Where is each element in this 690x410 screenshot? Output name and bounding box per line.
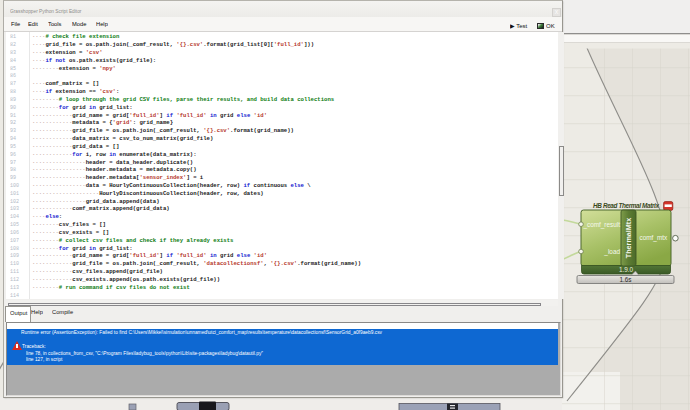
svg-text:HB Read Thermal Matrix: HB Read Thermal Matrix — [593, 202, 659, 209]
svg-text:1.9.0: 1.9.0 — [619, 266, 634, 273]
svg-text:comf_mtx: comf_mtx — [640, 234, 669, 242]
svg-text:_load: _load — [603, 248, 620, 256]
svg-text:_comf_result: _comf_result — [582, 221, 620, 229]
svg-text:ThermalMtx: ThermalMtx — [624, 218, 633, 258]
svg-text:1.6s: 1.6s — [619, 276, 631, 283]
